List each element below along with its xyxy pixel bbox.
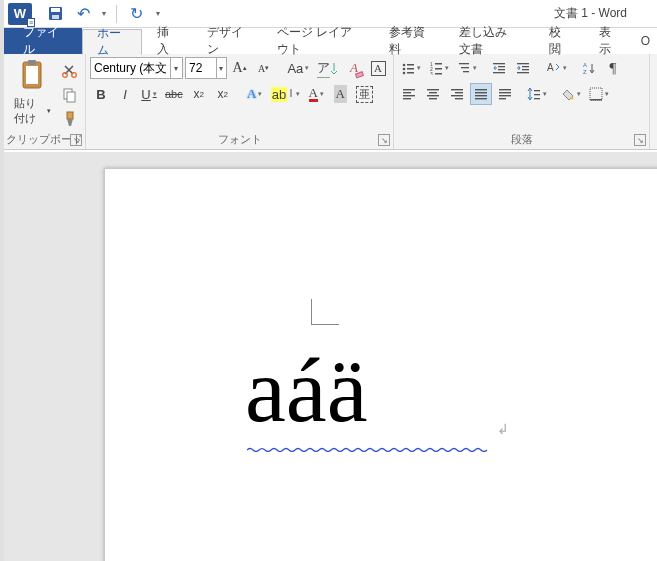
tab-insert[interactable]: 挿入 [142, 28, 192, 54]
sort-button[interactable]: AZ [578, 57, 600, 79]
decrease-indent-button[interactable] [488, 57, 510, 79]
strikethrough-button[interactable]: abc [162, 83, 186, 105]
svg-rect-59 [534, 94, 540, 95]
svg-rect-40 [403, 95, 415, 96]
qat-undo-button[interactable]: ↶ [70, 2, 96, 26]
multilevel-button[interactable]: ▾ [454, 57, 480, 79]
shrink-font-button[interactable]: A▾ [253, 57, 275, 79]
justify-button[interactable] [470, 83, 492, 105]
svg-rect-39 [403, 92, 411, 93]
distribute-button[interactable] [494, 83, 516, 105]
underline-button[interactable]: U▾ [138, 83, 160, 105]
font-size-dropdown[interactable]: ▾ [216, 58, 226, 78]
tab-file[interactable]: ファイル [4, 28, 82, 54]
svg-rect-34 [517, 72, 529, 73]
line-spacing-button[interactable]: ▾ [524, 83, 550, 105]
tab-view[interactable]: 表示 [584, 28, 634, 54]
sort-icon: AZ [582, 61, 596, 75]
copy-button[interactable] [59, 84, 81, 106]
svg-rect-1 [51, 8, 60, 12]
numbering-button[interactable]: 123▾ [426, 57, 452, 79]
text-direction-button[interactable]: A▾ [542, 57, 570, 79]
font-name-dropdown[interactable]: ▾ [170, 58, 182, 78]
enclose-char-button[interactable]: A [367, 57, 389, 79]
document-text[interactable]: aáä [245, 344, 368, 436]
group-label-paragraph: 段落 [394, 132, 649, 147]
svg-rect-15 [407, 68, 414, 70]
superscript-button[interactable]: x2 [212, 83, 234, 105]
tab-mailings[interactable]: 差し込み文書 [444, 28, 534, 54]
svg-rect-47 [455, 92, 463, 93]
clear-format-button[interactable]: A [343, 57, 365, 79]
svg-rect-56 [499, 95, 511, 96]
font-color-button[interactable]: A▾ [305, 83, 327, 105]
textdir-icon: A [545, 61, 561, 75]
svg-rect-58 [534, 90, 540, 91]
svg-rect-55 [499, 92, 511, 93]
bullets-button[interactable]: ▾ [398, 57, 424, 79]
show-marks-button[interactable]: ¶ [602, 57, 624, 79]
qat-redo-button[interactable]: ↻ [123, 2, 149, 26]
tab-page-layout[interactable]: ページ レイアウト [262, 28, 375, 54]
svg-rect-63 [590, 99, 602, 101]
scissors-icon [62, 63, 78, 79]
qat-save-button[interactable] [42, 2, 68, 26]
svg-rect-11 [355, 72, 363, 78]
highlight-button[interactable]: ab▾ [268, 83, 303, 105]
document-workspace[interactable]: aáä ↲ [4, 152, 657, 561]
tab-home[interactable]: ホーム [82, 29, 142, 55]
paste-button[interactable]: 貼り付け▾ [8, 56, 57, 130]
ruby-button[interactable]: ア [314, 57, 341, 79]
svg-rect-42 [427, 89, 439, 90]
change-case-button[interactable]: Aa▾ [285, 57, 313, 79]
char-border-button[interactable]: 亜 [353, 83, 376, 105]
grow-font-button[interactable]: A▴ [229, 57, 251, 79]
clipboard-launcher[interactable]: ↘ [70, 134, 82, 146]
svg-rect-26 [463, 71, 469, 72]
align-right-icon [450, 87, 464, 101]
multilevel-icon [457, 61, 471, 75]
font-name-combo[interactable]: ▾ [90, 57, 183, 79]
bold-button[interactable]: B [90, 83, 112, 105]
svg-rect-13 [407, 64, 414, 66]
tab-design[interactable]: デザイン [192, 28, 262, 54]
svg-rect-60 [534, 98, 540, 99]
shading-button[interactable]: ▾ [558, 83, 584, 105]
font-name-input[interactable] [91, 61, 170, 75]
svg-rect-45 [429, 98, 437, 99]
tab-review[interactable]: 校閲 [534, 28, 584, 54]
align-left-button[interactable] [398, 83, 420, 105]
svg-rect-2 [52, 15, 59, 19]
tab-extra[interactable]: O [634, 28, 657, 54]
font-size-combo[interactable]: ▾ [185, 57, 227, 79]
font-size-input[interactable] [186, 61, 215, 75]
cut-button[interactable] [59, 60, 81, 82]
qat-customize-dropdown[interactable]: ▾ [151, 2, 165, 26]
svg-text:Z: Z [583, 69, 587, 75]
subscript-button[interactable]: x2 [188, 83, 210, 105]
increase-indent-button[interactable] [512, 57, 534, 79]
document-page[interactable]: aáä ↲ [104, 168, 657, 561]
paragraph-launcher[interactable]: ↘ [634, 134, 646, 146]
svg-rect-38 [403, 89, 415, 90]
paste-label: 貼り付け▾ [14, 96, 51, 126]
qat-undo-dropdown[interactable]: ▾ [98, 2, 110, 26]
group-label-font: フォント [86, 132, 393, 147]
svg-point-14 [403, 68, 406, 71]
font-launcher[interactable]: ↘ [378, 134, 390, 146]
clipboard-paste-icon [19, 60, 47, 94]
tab-references[interactable]: 参考資料 [374, 28, 444, 54]
text-effects-button[interactable]: A▾ [244, 83, 266, 105]
bucket-icon [561, 87, 575, 101]
italic-button[interactable]: I [114, 83, 136, 105]
copy-icon [62, 87, 78, 103]
borders-button[interactable]: ▾ [586, 83, 612, 105]
char-shading-button[interactable]: A [329, 83, 351, 105]
align-right-button[interactable] [446, 83, 468, 105]
distribute-icon [498, 87, 512, 101]
align-center-button[interactable] [422, 83, 444, 105]
format-painter-button[interactable] [59, 108, 81, 130]
svg-rect-19 [435, 63, 442, 65]
svg-text:3: 3 [430, 71, 433, 75]
svg-rect-29 [498, 69, 505, 70]
